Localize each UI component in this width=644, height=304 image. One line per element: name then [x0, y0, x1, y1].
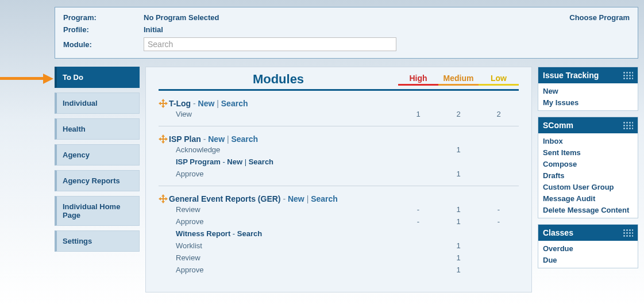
modules-panel: Modules High Medium Low T-Log - New | Se… [145, 67, 532, 293]
count-cell: 1 [438, 241, 479, 250]
module-action[interactable]: View [176, 110, 398, 118]
panel-item[interactable]: Drafts [543, 171, 633, 180]
nav-tab[interactable]: Agency [55, 144, 140, 166]
panel-title: Issue Tracking [543, 71, 599, 80]
side-panel: Issue TrackingNewMy Issues [538, 67, 638, 111]
panel-item[interactable]: Custom User Group [543, 183, 633, 191]
svg-rect-5 [161, 103, 165, 104]
panel-title: Classes [543, 228, 573, 237]
right-column: Issue TrackingNewMy IssuesSCommInboxSent… [538, 67, 638, 293]
move-icon[interactable] [159, 194, 169, 203]
panel-item[interactable]: Inbox [543, 137, 633, 145]
svg-marker-15 [165, 197, 168, 201]
move-icon[interactable] [159, 134, 169, 144]
side-panel: ClassesOverdueDue [538, 224, 638, 268]
program-label: Program: [63, 13, 144, 22]
module-name: ISP Plan [169, 134, 201, 144]
module-group: ISP Plan - New | SearchAcknowledge1ISP P… [159, 134, 519, 186]
svg-marker-7 [161, 141, 165, 144]
module-group: General Event Reports (GER) - New | Sear… [159, 194, 519, 282]
module-action[interactable]: Acknowledge [176, 145, 398, 154]
side-panel: SCommInboxSent ItemsComposeDraftsCustom … [538, 117, 638, 218]
panel-title: SComm [543, 121, 573, 130]
svg-marker-3 [165, 102, 168, 105]
module-search-link[interactable]: Search [237, 229, 262, 238]
count-cell: - [479, 217, 519, 226]
module-group: T-Log - New | SearchView122 [159, 99, 519, 126]
svg-rect-17 [161, 198, 165, 199]
choose-program-link[interactable]: Choose Program [569, 13, 630, 22]
module-action[interactable]: Review [176, 253, 398, 262]
nav-tab[interactable]: Health [55, 118, 140, 140]
nav-tab[interactable]: Settings [55, 230, 140, 252]
panel-item[interactable]: Sent Items [543, 148, 633, 157]
drag-handle-icon[interactable] [623, 229, 633, 237]
panel-item[interactable]: Due [543, 256, 633, 264]
nav-tab[interactable]: Agency Reports [55, 170, 140, 191]
nav-tab[interactable]: To Do [55, 67, 140, 88]
count-cell: - [398, 205, 438, 214]
svg-marker-1 [161, 106, 165, 108]
module-action[interactable]: Approve [176, 170, 398, 178]
panel-item[interactable]: New [543, 87, 633, 95]
svg-marker-14 [159, 197, 161, 201]
module-name: General Event Reports (GER) [169, 194, 281, 203]
nav-tab[interactable]: Individual Home Page [55, 196, 140, 226]
svg-marker-13 [161, 201, 165, 203]
submodule-name: Witness Report [176, 229, 230, 238]
count-cell: 1 [438, 205, 479, 214]
module-search-link[interactable]: Search [249, 157, 273, 166]
module-name: T-Log [169, 99, 191, 108]
count-cell: 1 [438, 253, 479, 262]
svg-marker-2 [159, 102, 161, 105]
count-cell: 1 [438, 217, 479, 226]
module-action[interactable]: Worklist [176, 241, 398, 250]
svg-marker-9 [165, 137, 168, 141]
svg-marker-0 [161, 99, 165, 101]
module-new-link[interactable]: New [198, 99, 215, 108]
module-search-link[interactable]: Search [231, 134, 258, 144]
nav-tab[interactable]: Individual [55, 93, 140, 114]
svg-marker-8 [159, 137, 161, 141]
module-new-link[interactable]: New [288, 194, 304, 203]
program-value: No Program Selected [144, 13, 569, 22]
profile-label: Profile: [63, 25, 144, 34]
profile-value: Initial [144, 25, 569, 34]
panel-item[interactable]: Overdue [543, 244, 633, 253]
count-cell: 2 [479, 110, 519, 118]
count-cell: - [398, 217, 438, 226]
count-cell: 2 [438, 110, 479, 118]
annotation-arrow [0, 75, 55, 83]
count-cell: 1 [438, 145, 479, 154]
context-box: Program: No Program Selected Choose Prog… [55, 7, 638, 59]
module-action[interactable]: Approve [176, 217, 398, 226]
move-icon[interactable] [159, 99, 169, 108]
panel-item[interactable]: My Issues [543, 98, 633, 107]
svg-marker-12 [161, 194, 165, 197]
module-action[interactable]: Approve [176, 265, 398, 274]
svg-marker-6 [161, 134, 165, 137]
drag-handle-icon[interactable] [623, 71, 633, 79]
count-cell: - [479, 205, 519, 214]
panel-item[interactable]: Delete Message Content [543, 206, 633, 214]
module-new-link[interactable]: New [227, 157, 242, 166]
count-cell: 1 [438, 265, 479, 274]
module-search-link[interactable]: Search [221, 99, 248, 108]
modules-title: Modules [159, 72, 398, 87]
priority-header-high: High [398, 74, 438, 87]
priority-header-low: Low [479, 74, 519, 87]
module-search-link[interactable]: Search [311, 194, 338, 203]
module-label: Module: [63, 40, 144, 49]
left-nav: To DoIndividualHealthAgencyAgency Report… [55, 67, 140, 293]
priority-header-medium: Medium [438, 74, 479, 87]
count-cell: 1 [438, 170, 479, 178]
svg-rect-11 [161, 138, 165, 140]
drag-handle-icon[interactable] [623, 121, 633, 129]
panel-item[interactable]: Message Audit [543, 194, 633, 203]
submodule-name: ISP Program [176, 157, 221, 166]
count-cell: 1 [398, 110, 438, 118]
module-new-link[interactable]: New [208, 134, 225, 144]
panel-item[interactable]: Compose [543, 160, 633, 168]
module-action[interactable]: Review [176, 205, 398, 214]
module-search-input[interactable] [144, 37, 396, 51]
